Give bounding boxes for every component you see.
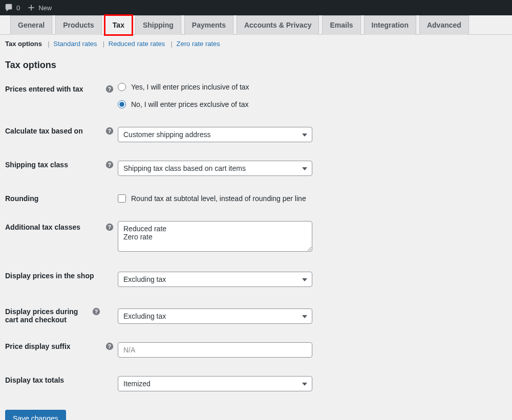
- label-calculate-tax: Calculate tax based on: [5, 127, 105, 135]
- radio-inclusive-label: Yes, I will enter prices inclusive of ta…: [131, 83, 249, 91]
- tab-payments[interactable]: Payments: [184, 15, 233, 35]
- plus-icon: [27, 4, 35, 12]
- row-display-shop: Display prices in the shop Excluding tax: [5, 272, 507, 287]
- svg-text:?: ?: [108, 162, 111, 168]
- radio-exclusive-input[interactable]: [118, 100, 126, 108]
- row-calculate-tax: Calculate tax based on ? Customer shippi…: [5, 127, 507, 142]
- radio-inclusive[interactable]: Yes, I will enter prices inclusive of ta…: [118, 83, 249, 91]
- comments-button[interactable]: 0: [4, 3, 20, 12]
- tab-accounts-privacy[interactable]: Accounts & Privacy: [237, 15, 319, 35]
- select-display-shop[interactable]: Excluding tax: [118, 272, 312, 287]
- row-price-suffix: Price display suffix ?: [5, 342, 507, 358]
- label-prices-entered-with-tax: Prices entered with tax: [5, 85, 105, 93]
- comments-count: 0: [16, 4, 20, 12]
- new-label: New: [38, 4, 52, 12]
- label-additional-tax-classes: Additional tax classes: [5, 223, 105, 231]
- tab-integration[interactable]: Integration: [364, 15, 416, 35]
- label-rounding: Rounding: [5, 194, 118, 203]
- row-display-totals: Display tax totals Itemized: [5, 376, 507, 391]
- radio-exclusive[interactable]: No, I will enter prices exclusive of tax: [118, 100, 249, 108]
- help-icon[interactable]: ?: [105, 85, 114, 93]
- tab-tax[interactable]: Tax: [105, 15, 132, 35]
- tab-shipping[interactable]: Shipping: [135, 15, 181, 35]
- row-additional-tax-classes: Additional tax classes ?: [5, 221, 507, 253]
- label-display-shop: Display prices in the shop: [5, 272, 118, 280]
- tab-general[interactable]: General: [10, 15, 52, 35]
- save-button[interactable]: Save changes: [5, 410, 66, 420]
- label-display-totals: Display tax totals: [5, 376, 118, 384]
- checkbox-rounding-label: Round tax at subtotal level, instead of …: [131, 194, 306, 203]
- input-price-suffix[interactable]: [118, 342, 312, 358]
- svg-text:?: ?: [108, 225, 111, 230]
- comment-icon: [4, 3, 13, 12]
- label-price-suffix: Price display suffix: [5, 342, 105, 350]
- svg-text:?: ?: [108, 128, 111, 134]
- help-icon[interactable]: ?: [105, 127, 114, 135]
- textarea-additional-tax-classes[interactable]: [118, 221, 312, 252]
- subnav-current: Tax options: [5, 40, 42, 48]
- radio-exclusive-label: No, I will enter prices exclusive of tax: [131, 100, 249, 108]
- select-shipping-tax-class[interactable]: Shipping tax class based on cart items: [118, 161, 312, 176]
- help-icon[interactable]: ?: [105, 161, 114, 169]
- select-display-totals[interactable]: Itemized: [118, 376, 312, 391]
- settings-tabs: General Products Tax Shipping Payments A…: [0, 15, 512, 35]
- help-icon[interactable]: ?: [105, 342, 114, 350]
- radio-inclusive-input[interactable]: [118, 83, 126, 91]
- tax-subnav: Tax options | Standard rates | Reduced r…: [0, 35, 512, 52]
- admin-bar: 0 New: [0, 0, 512, 15]
- label-shipping-tax-class: Shipping tax class: [5, 161, 105, 169]
- row-prices-entered-with-tax: Prices entered with tax ? Yes, I will en…: [5, 83, 507, 108]
- row-shipping-tax-class: Shipping tax class ? Shipping tax class …: [5, 161, 507, 176]
- help-icon[interactable]: ?: [105, 223, 114, 231]
- tab-advanced[interactable]: Advanced: [419, 15, 469, 35]
- svg-text:?: ?: [108, 344, 111, 349]
- svg-text:?: ?: [95, 309, 98, 315]
- checkbox-rounding-input[interactable]: [118, 194, 126, 203]
- new-button[interactable]: New: [27, 4, 52, 12]
- select-display-cart[interactable]: Excluding tax: [118, 308, 312, 324]
- subnav-standard-rates[interactable]: Standard rates: [53, 40, 97, 48]
- section-title: Tax options: [5, 60, 507, 71]
- label-display-cart: Display prices during cart and checkout: [5, 307, 92, 324]
- tab-products[interactable]: Products: [55, 15, 102, 35]
- checkbox-rounding[interactable]: Round tax at subtotal level, instead of …: [118, 194, 306, 203]
- svg-text:?: ?: [108, 86, 111, 92]
- row-display-cart: Display prices during cart and checkout …: [5, 305, 507, 324]
- subnav-zero-rate[interactable]: Zero rate rates: [177, 40, 220, 48]
- subnav-reduced-rate[interactable]: Reduced rate rates: [109, 40, 165, 48]
- tab-emails[interactable]: Emails: [322, 15, 360, 35]
- row-rounding: Rounding Round tax at subtotal level, in…: [5, 194, 507, 203]
- select-calculate-tax[interactable]: Customer shipping address: [118, 127, 312, 142]
- help-icon[interactable]: ?: [92, 307, 100, 316]
